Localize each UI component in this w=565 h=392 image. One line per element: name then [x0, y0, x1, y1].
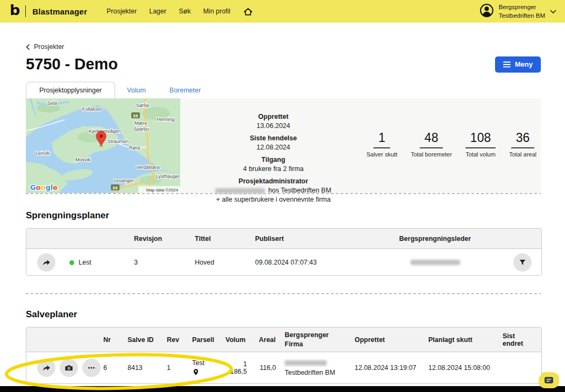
field-value-prosjektadministrator: hos Testbedriften BM: [180, 187, 366, 194]
redacted-bergsprenger-name: [285, 360, 327, 366]
stat-label: Total boremeter: [411, 151, 451, 158]
status-label: Lest: [79, 259, 91, 266]
breadcrumb[interactable]: Prosjekter: [26, 43, 64, 51]
map-label-rora: Røra: [129, 145, 140, 151]
map-label-levanger: Levanger: [114, 178, 134, 183]
status-dot-green: [69, 260, 74, 265]
sprengningsplan-row: Lest 3 Hoved 09.08.2024 07:07:43: [26, 249, 541, 275]
map-label-sparbu: Sparbu: [133, 126, 149, 132]
avatar-icon: [479, 3, 494, 20]
map-label-lysthauger: Lysthauger: [156, 174, 180, 179]
share-button[interactable]: [37, 253, 55, 272]
field-label-prosjektadministrator: Prosjektadministrator: [180, 177, 366, 185]
cell-nr: 6: [99, 352, 123, 383]
col-tittel: Tittel: [190, 229, 251, 249]
stat-label: Total volum: [465, 151, 496, 158]
meny-button[interactable]: Meny: [495, 56, 541, 73]
redacted-admin-name: [215, 188, 265, 194]
camera-icon: [64, 363, 74, 373]
nav-lager[interactable]: Lager: [149, 8, 166, 15]
svg-text:E6: E6: [133, 114, 138, 118]
nav-prosjekter[interactable]: Prosjekter: [107, 8, 137, 15]
hamburger-icon: [503, 61, 511, 68]
section-dashed-divider: [26, 293, 541, 294]
stat-value: 108: [465, 131, 496, 148]
col-planlagt-skutt: Planlagt skutt: [424, 327, 498, 352]
road-badge-e6-top: E6: [131, 112, 140, 118]
project-stats: 1 Salver skutt 48 Total boremeter 108 To…: [366, 98, 541, 193]
logo-divider: [25, 5, 26, 17]
tab-prosjektopplysninger[interactable]: Prosjektopplysninger: [26, 82, 115, 98]
share-icon: [41, 363, 51, 373]
salveplaner-table: Nr Salve ID Rev Parsell Volum Areal Berg…: [26, 327, 542, 384]
map-label-leirvik: Leirvik: [36, 151, 50, 156]
svg-text:Map data ©2024: Map data ©2024: [146, 188, 179, 193]
project-info: Opprettet 13.06.2024 Siste hendelse 12.0…: [180, 98, 366, 193]
field-value-superbrukere: + alle superbrukere i ovennevnte firma: [180, 196, 366, 203]
user-info: Bergsprenger Testbedriften BM: [499, 3, 545, 20]
nav-sok[interactable]: Søk: [179, 8, 190, 15]
cell-firma: Testbedriften BM: [280, 352, 350, 383]
share-icon: [41, 258, 51, 267]
col-parsell: Parsell: [188, 327, 221, 352]
ellipsis-icon: [87, 363, 96, 373]
blastmanager-logo-icon: b: [10, 3, 20, 17]
cell-planlagt-skutt: 12.08.2024 15:08:00: [424, 352, 498, 383]
map-label-maere: Mære: [135, 120, 147, 126]
google-logo: Google: [30, 183, 58, 191]
cell-salve-id: 8413: [123, 352, 163, 383]
stat-total-areal: 36 Total areal: [509, 131, 536, 158]
stat-total-volum: 108 Total volum: [465, 131, 496, 158]
location-pin-icon[interactable]: [192, 368, 200, 376]
col-areal: Areal: [255, 327, 280, 352]
tab-boremeter[interactable]: Boremeter: [158, 82, 213, 98]
field-label-opprettet: Opprettet: [180, 113, 366, 120]
map-label-henning: Henning: [157, 117, 175, 122]
chevron-left-icon: [26, 44, 30, 50]
field-value-tilgang: 4 brukere fra 2 firma: [180, 165, 366, 173]
sprengningsplaner-header-row: Revisjon Tittel Publisert Bergsprengning…: [26, 229, 541, 249]
home-icon[interactable]: [243, 6, 253, 17]
filter-button[interactable]: [513, 253, 532, 272]
user-menu[interactable]: Bergsprenger Testbedriften BM: [479, 3, 556, 20]
road-badge-e6-bottom: E6: [111, 184, 119, 190]
chat-launcher-button[interactable]: [539, 372, 559, 388]
col-sist-endret: Sist endret: [498, 327, 541, 352]
chevron-down-icon: [550, 6, 556, 16]
stat-label: Salver skutt: [366, 151, 397, 158]
share-button[interactable]: [37, 359, 55, 377]
cell-rev: 1: [163, 352, 188, 383]
page-content: Prosjekter 5750 - Demo Meny Prosjektoppl…: [0, 43, 565, 392]
map-label-mosvik: Mosvik: [75, 157, 91, 162]
col-revisjon: Revisjon: [130, 229, 190, 249]
cell-areal: 116,0: [255, 352, 280, 383]
map-label-follafoss: Follafoss: [82, 106, 102, 112]
firma-name: Testbedriften BM: [285, 368, 346, 378]
stat-value: 36: [511, 131, 535, 148]
camera-button[interactable]: [60, 359, 78, 377]
user-company: Testbedriften BM: [499, 11, 545, 20]
more-options-button[interactable]: [82, 359, 101, 377]
sprengningsplaner-title: Sprengningsplaner: [26, 210, 541, 221]
salveplaner-header-row: Nr Salve ID Rev Parsell Volum Areal Berg…: [26, 327, 541, 352]
cell-volum: 1 186,5: [221, 352, 255, 383]
sprengningsplaner-table: Revisjon Tittel Publisert Bergsprengning…: [26, 228, 542, 276]
stat-value: 1: [373, 131, 390, 148]
stat-value: 48: [420, 131, 443, 148]
nav-min-profil[interactable]: Min profil: [203, 8, 230, 15]
col-bergsprenger-firma: Bergsprenger Firma: [280, 327, 350, 352]
parsell-name: Test: [192, 358, 217, 368]
cell-sist-endret: [498, 352, 541, 383]
map-label-verdalsora: Verdalsøra: [136, 165, 160, 170]
field-value-opprettet: 13.06.2024: [180, 122, 366, 130]
field-label-siste-hendelse: Siste hendelse: [180, 134, 366, 142]
filter-icon: [518, 258, 527, 267]
tab-volum[interactable]: Volum: [115, 82, 158, 98]
col-volum: Volum: [221, 327, 255, 352]
col-opprettet: Opprettet: [350, 327, 424, 352]
stat-total-boremeter: 48 Total boremeter: [411, 131, 451, 158]
project-map[interactable]: Sela Follafoss Sørlia Henning Mære Sparb…: [26, 98, 180, 193]
col-actions: [26, 229, 65, 249]
col-publisert: Publisert: [251, 229, 361, 249]
svg-text:E6: E6: [113, 186, 118, 190]
